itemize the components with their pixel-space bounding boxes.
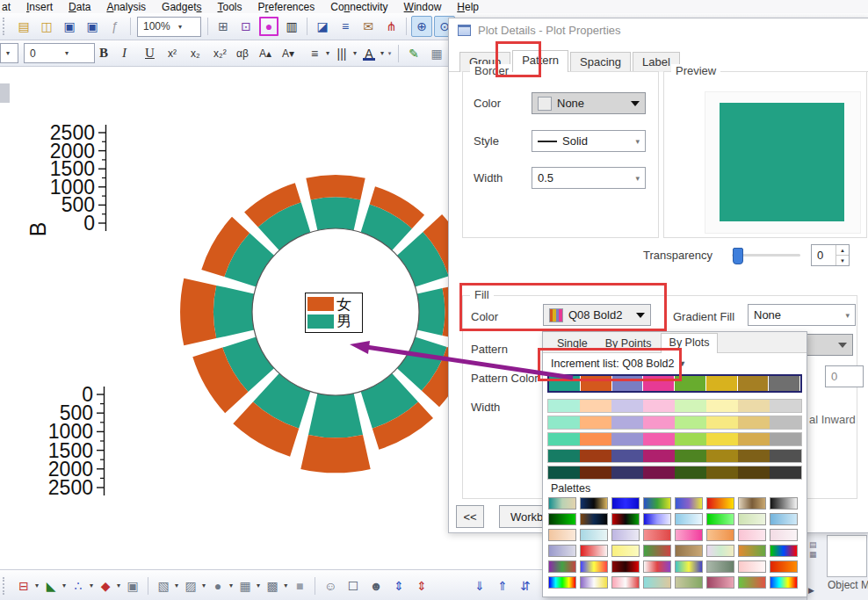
font-size-combo[interactable]: 0▾ [24, 43, 95, 63]
color-cell[interactable] [643, 450, 675, 462]
palette-swatch[interactable] [643, 560, 671, 573]
font-color-button[interactable]: A [358, 43, 380, 64]
palette-swatch[interactable] [580, 497, 608, 510]
color-cell[interactable] [706, 433, 738, 445]
palette-swatch[interactable] [611, 513, 640, 525]
palette-swatch[interactable] [675, 497, 703, 510]
palette-swatch[interactable] [706, 545, 734, 557]
color-cell[interactable] [769, 376, 800, 391]
color-cell[interactable] [770, 400, 801, 412]
underline-button[interactable]: U [144, 43, 165, 64]
palette-swatch[interactable] [706, 497, 734, 510]
fill-color-dropdown[interactable]: Q08 Bold2 [543, 304, 651, 326]
3d-bar-icon-dropdown[interactable]: ▾ [175, 582, 178, 589]
decrease-font-button[interactable]: A▾ [281, 43, 302, 64]
palette-swatch[interactable] [611, 560, 640, 573]
selected-color-list[interactable] [547, 374, 802, 393]
color-cell[interactable] [580, 416, 611, 429]
color-cell[interactable] [675, 400, 706, 412]
palette-swatch[interactable] [738, 529, 766, 541]
palette-swatch[interactable] [580, 560, 608, 573]
italic-button[interactable]: I [121, 43, 142, 64]
palette-swatch[interactable] [738, 560, 766, 573]
rescale-axis-icon[interactable]: ⇕ [388, 575, 409, 596]
color-cell[interactable] [643, 400, 675, 412]
open-icon[interactable]: ▤ [13, 16, 34, 37]
move-down-icon[interactable]: ⇓ [469, 575, 490, 596]
tab-by-points[interactable]: By Points [597, 334, 661, 352]
tab-single[interactable]: Single [548, 334, 597, 352]
color-cell[interactable] [738, 466, 770, 479]
color-cell[interactable] [580, 400, 611, 412]
zoom-in-icon[interactable]: ⊕ [411, 16, 432, 37]
color-cell[interactable] [706, 450, 738, 462]
border-style-dropdown[interactable]: Solid ▾ [532, 130, 646, 152]
color-cell[interactable] [611, 400, 643, 412]
color-cell[interactable] [675, 433, 706, 445]
area-chart-icon[interactable]: ◣ [40, 575, 61, 596]
color-cell[interactable] [548, 416, 580, 429]
color-cell[interactable] [770, 466, 801, 479]
menu-item-gadgets[interactable]: Gadgets [154, 1, 209, 13]
palette-swatch[interactable] [580, 576, 608, 589]
palette-swatch[interactable] [548, 497, 576, 510]
color-cell[interactable] [770, 416, 801, 429]
alignment-button[interactable]: ≡ [304, 43, 325, 64]
palette-swatch[interactable] [706, 529, 734, 541]
palette-swatch[interactable] [611, 529, 640, 541]
color-cell[interactable] [580, 450, 611, 462]
menu-item-tools[interactable]: Tools [209, 1, 250, 13]
menu-item-window[interactable]: Window [396, 1, 450, 13]
color-cell[interactable] [581, 376, 612, 391]
print-icon[interactable]: ⊞ [213, 16, 234, 37]
gradient-fill-dropdown[interactable]: None ▾ [748, 304, 856, 326]
stock-chart-icon[interactable]: ◆ [95, 575, 116, 596]
dialog-titlebar[interactable]: Plot Details - Plot Properties [449, 18, 868, 41]
spinner-buttons[interactable]: ▲▼ [835, 245, 849, 265]
color-cell[interactable] [706, 376, 738, 391]
palette-swatch[interactable] [738, 497, 766, 510]
new-graph-icon[interactable]: ◪ [312, 16, 333, 37]
3d-bar-icon[interactable]: ▧ [153, 575, 174, 596]
color-cell[interactable] [770, 433, 801, 445]
toolbar-overflow[interactable]: ▾ [385, 44, 394, 63]
area-chart-icon-dropdown[interactable]: ▾ [62, 582, 66, 589]
import-wizard-icon[interactable]: ƒ [105, 16, 126, 37]
color-cell[interactable] [738, 400, 770, 412]
slideshow-icon[interactable]: ⊡ [235, 16, 257, 37]
color-cell[interactable] [611, 433, 643, 445]
scatter-chart-icon[interactable]: ∴ [68, 575, 89, 596]
project-explorer-icon[interactable]: ⋔ [380, 16, 401, 37]
color-cell[interactable] [643, 416, 675, 429]
color-cell[interactable] [738, 376, 770, 391]
transparency-spinbox[interactable]: 0 ▲▼ [811, 244, 850, 266]
3d-surface-icon[interactable]: ▨ [180, 575, 201, 596]
color-cell[interactable] [706, 416, 738, 429]
hidden-spinbox[interactable]: 0 [825, 365, 864, 387]
color-cell[interactable] [675, 466, 706, 479]
reorder-icon[interactable]: ⇵ [515, 575, 536, 596]
border-width-dropdown[interactable]: 0.5 ▾ [532, 167, 646, 189]
color-cell[interactable] [706, 400, 738, 412]
palette-swatch[interactable] [675, 529, 703, 541]
mask-toggle-icon[interactable]: ☻ [365, 575, 387, 596]
palette-swatch[interactable] [770, 497, 798, 510]
color-variant-row[interactable] [547, 466, 802, 480]
palette-swatch[interactable] [580, 513, 608, 525]
color-cell[interactable] [611, 466, 643, 479]
color-cell[interactable] [643, 466, 675, 479]
font-color-button-dropdown[interactable]: ▾ [380, 49, 384, 57]
border-color-dropdown[interactable]: None [532, 92, 646, 114]
palette-swatch[interactable] [770, 545, 798, 557]
palette-swatch[interactable] [675, 513, 703, 525]
box-chart-icon[interactable]: ⊟ [13, 575, 34, 596]
transparency-slider-handle[interactable] [733, 248, 743, 264]
object-manager-list[interactable] [827, 535, 867, 577]
bold-button[interactable]: B [98, 43, 119, 64]
palette-swatch[interactable] [548, 513, 576, 525]
greek-button[interactable]: αβ [235, 43, 257, 64]
collapse-button[interactable]: << [456, 505, 484, 528]
palette-swatch[interactable] [675, 545, 703, 557]
color-cell[interactable] [738, 416, 770, 429]
palette-swatch[interactable] [706, 576, 734, 589]
